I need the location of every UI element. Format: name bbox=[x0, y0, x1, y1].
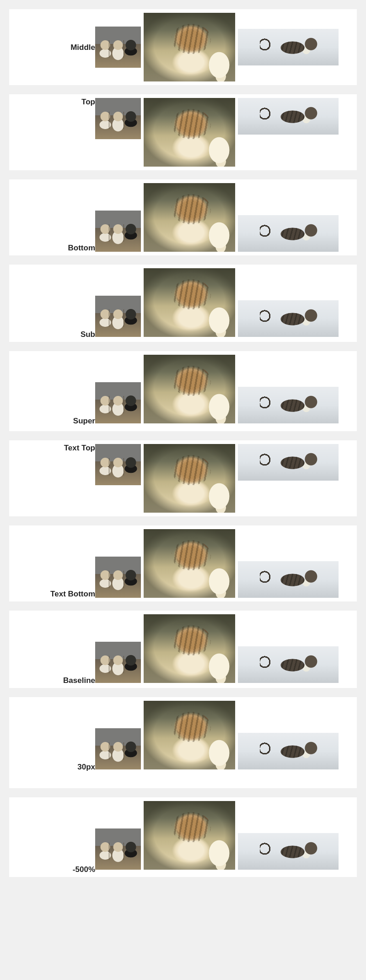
kittens-trio-image bbox=[95, 444, 141, 485]
cat-in-snow-image bbox=[238, 833, 339, 870]
cat-in-snow-image bbox=[238, 98, 339, 135]
kitten-closeup-image bbox=[144, 183, 235, 252]
example-label: -500% bbox=[13, 866, 95, 873]
example-label: 30px bbox=[13, 763, 95, 771]
kittens-trio-image bbox=[95, 98, 141, 139]
example-card-text-bottom: Text Bottom bbox=[9, 525, 357, 601]
example-card-top: Top bbox=[9, 94, 357, 170]
kitten-closeup-image bbox=[144, 701, 235, 769]
kitten-closeup-image bbox=[144, 614, 235, 683]
example-card-middle: Middle bbox=[9, 9, 357, 85]
example-label: Baseline bbox=[13, 677, 95, 684]
example-card-baseline: Baseline bbox=[9, 611, 357, 688]
kitten-closeup-image bbox=[144, 529, 235, 598]
example-label: Text Bottom bbox=[13, 590, 95, 598]
example-label: Bottom bbox=[13, 244, 95, 252]
example-card-neg500pct: -500% bbox=[9, 797, 357, 877]
kittens-trio-image bbox=[95, 642, 141, 683]
kitten-closeup-image bbox=[144, 98, 235, 167]
example-card-text-top: Text Top bbox=[9, 440, 357, 516]
kittens-trio-image bbox=[95, 211, 141, 252]
kitten-closeup-image bbox=[144, 13, 235, 81]
example-card-super: Super bbox=[9, 351, 357, 431]
kittens-trio-image bbox=[95, 728, 141, 769]
example-card-sub: Sub bbox=[9, 265, 357, 342]
kittens-trio-image bbox=[95, 27, 141, 68]
kittens-trio-image bbox=[95, 557, 141, 598]
example-card-30px: 30px bbox=[9, 697, 357, 788]
example-label: Text Top bbox=[13, 444, 95, 452]
example-label: Sub bbox=[13, 330, 95, 338]
cat-in-snow-image bbox=[238, 387, 339, 423]
kitten-closeup-image bbox=[144, 355, 235, 423]
kitten-closeup-image bbox=[144, 268, 235, 337]
example-label: Middle bbox=[13, 43, 95, 51]
example-label: Top bbox=[13, 98, 95, 106]
kitten-closeup-image bbox=[144, 444, 235, 513]
kittens-trio-image bbox=[95, 828, 141, 870]
cat-in-snow-image bbox=[238, 646, 339, 683]
example-card-bottom: Bottom bbox=[9, 179, 357, 255]
cat-in-snow-image bbox=[238, 444, 339, 481]
vertical-align-demo-list: MiddleTopBottomSubSuperText TopText Bott… bbox=[9, 9, 357, 877]
cat-in-snow-image bbox=[238, 561, 339, 598]
kittens-trio-image bbox=[95, 382, 141, 423]
cat-in-snow-image bbox=[238, 733, 339, 769]
cat-in-snow-image bbox=[238, 215, 339, 252]
kittens-trio-image bbox=[95, 296, 141, 337]
cat-in-snow-image bbox=[238, 29, 339, 65]
kitten-closeup-image bbox=[144, 801, 235, 870]
example-label: Super bbox=[13, 417, 95, 425]
cat-in-snow-image bbox=[238, 300, 339, 337]
